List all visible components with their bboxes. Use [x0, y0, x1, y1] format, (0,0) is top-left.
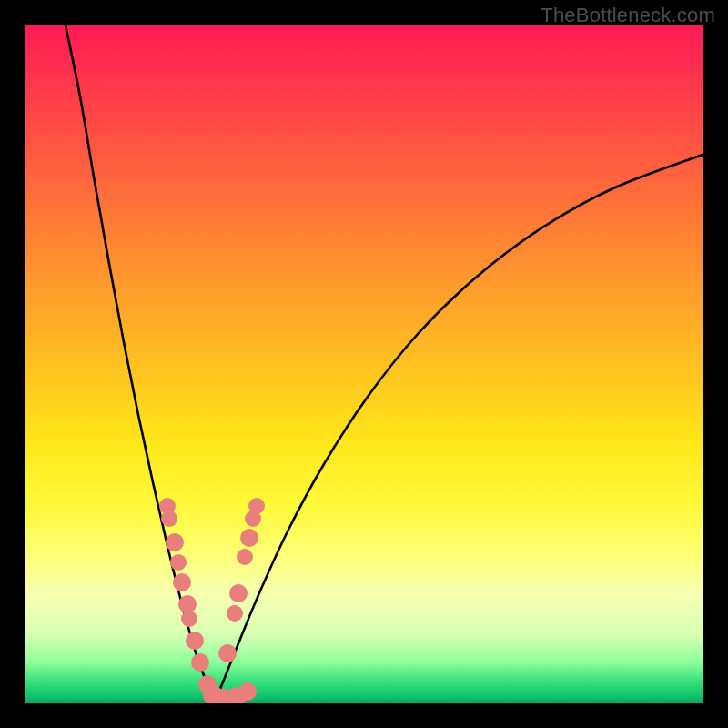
dot-left-2	[166, 533, 184, 551]
dot-bottom-3	[238, 682, 257, 701]
data-dots	[159, 498, 265, 703]
dot-right-3	[237, 549, 253, 565]
dot-left-5	[178, 595, 197, 613]
bottleneck-curve	[66, 25, 703, 699]
chart-plot-area	[25, 25, 703, 703]
dot-right-4	[229, 584, 248, 602]
dot-right-1	[245, 511, 261, 527]
dot-left-3	[170, 554, 187, 571]
dot-left-7	[186, 632, 204, 650]
dot-right-6	[218, 644, 237, 662]
chart-frame: TheBottleneck.com	[0, 0, 728, 728]
dot-right-2	[240, 529, 258, 547]
dot-left-4	[173, 573, 191, 592]
chart-svg-layer	[25, 25, 703, 703]
watermark-text: TheBottleneck.com	[541, 4, 715, 27]
dot-left-1	[161, 511, 177, 527]
dot-left-8	[191, 653, 209, 672]
dot-right-5	[227, 605, 243, 622]
dot-left-6	[181, 611, 197, 627]
